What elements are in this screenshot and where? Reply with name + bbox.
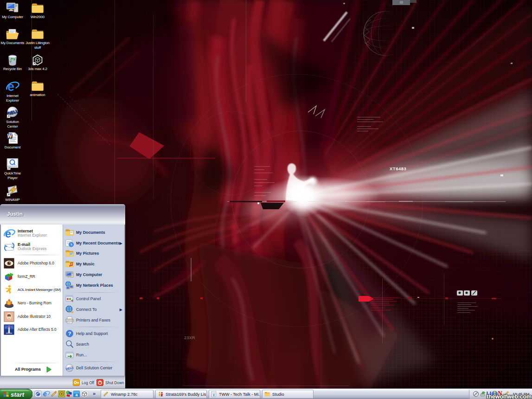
svg-text:W: W — [7, 134, 12, 139]
svg-text:23XR: 23XR — [184, 335, 195, 340]
svg-text:XT6483: XT6483 — [390, 166, 406, 171]
svg-text:e: e — [5, 227, 11, 239]
svg-text:e: e — [213, 393, 215, 397]
svg-text:start: start — [11, 391, 25, 398]
svg-text:?: ? — [68, 331, 71, 336]
